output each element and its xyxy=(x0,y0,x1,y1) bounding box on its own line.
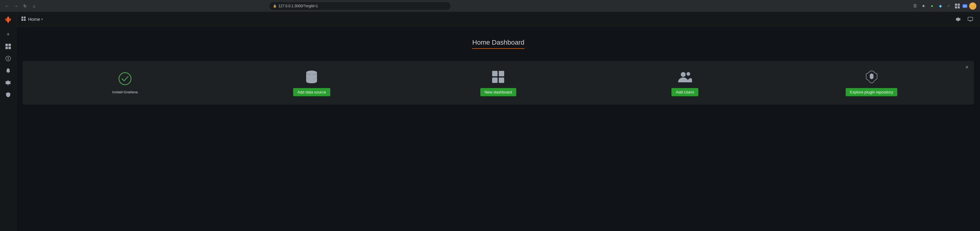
svg-point-22 xyxy=(306,71,317,75)
step-add-data-source: Add data source xyxy=(282,70,342,96)
svg-point-28 xyxy=(687,72,690,76)
svg-point-21 xyxy=(119,73,131,85)
topbar-right xyxy=(953,14,975,24)
database-icon xyxy=(305,70,318,84)
getting-started-panel: × Install Grafana xyxy=(23,61,974,104)
sidebar-item-add[interactable]: + xyxy=(2,29,14,40)
gear-icon xyxy=(5,80,11,85)
url-bar[interactable]: 🔒 127.0.0.1:3000/?orgId=1 xyxy=(269,2,450,10)
users-icon xyxy=(678,70,692,84)
lock-icon: 🔒 xyxy=(273,4,277,8)
back-button[interactable]: ← xyxy=(4,3,10,9)
main-content: Home ▾ xyxy=(17,12,980,231)
explore-plugins-button[interactable]: Explore plugin repository xyxy=(846,88,897,96)
screen-button[interactable] xyxy=(966,14,975,24)
svg-rect-20 xyxy=(970,21,971,21)
svg-rect-25 xyxy=(492,78,498,83)
topbar-grid-icon xyxy=(21,17,25,22)
extension-icon-2[interactable]: ◆ xyxy=(937,3,944,9)
plugin-icon xyxy=(865,70,878,84)
svg-rect-23 xyxy=(492,71,498,76)
svg-rect-18 xyxy=(968,17,973,21)
grafana-logo[interactable] xyxy=(3,14,14,25)
svg-rect-4 xyxy=(5,44,8,46)
sidebar: + xyxy=(0,12,17,231)
page-title-section: Home Dashboard xyxy=(472,39,524,49)
svg-rect-15 xyxy=(21,19,23,21)
svg-rect-1 xyxy=(958,4,960,6)
svg-rect-3 xyxy=(958,6,960,8)
check-circle-icon xyxy=(118,71,132,86)
dashboard-grid-icon xyxy=(492,70,504,84)
step-new-dashboard: New dashboard xyxy=(468,70,528,96)
svg-rect-6 xyxy=(5,47,8,49)
explore-icon xyxy=(5,56,11,61)
dashboards-icon xyxy=(5,44,11,49)
svg-point-11 xyxy=(8,72,9,73)
browser-right-icons: ☰ ★ ● ◆ ✓ on 😊 xyxy=(912,2,976,9)
forward-button[interactable]: → xyxy=(13,3,19,9)
svg-rect-14 xyxy=(24,17,25,18)
sidebar-item-configuration[interactable] xyxy=(2,77,14,88)
settings-button[interactable] xyxy=(953,14,963,24)
topbar-title-text: Home xyxy=(28,17,40,22)
svg-rect-26 xyxy=(499,78,504,83)
profile-icon[interactable]: 😊 xyxy=(969,2,976,9)
new-dashboard-button[interactable]: New dashboard xyxy=(480,88,516,96)
app-layout: + xyxy=(0,12,980,231)
bookmark-icon[interactable]: ★ xyxy=(920,3,927,9)
step-install-grafana: Install Grafana xyxy=(95,71,155,94)
svg-rect-5 xyxy=(8,44,11,46)
step-explore-plugins: Explore plugin repository xyxy=(842,70,902,96)
extension-icon-3[interactable]: ✓ xyxy=(946,3,952,9)
extension-icon-1[interactable]: ● xyxy=(929,3,935,9)
svg-rect-16 xyxy=(24,19,25,21)
page-title: Home Dashboard xyxy=(472,39,524,49)
add-data-source-button[interactable]: Add data source xyxy=(293,88,330,96)
step-add-users: Add Users xyxy=(655,70,715,96)
sidebar-item-alerting[interactable] xyxy=(2,65,14,76)
page-content: Home Dashboard × Install Grafana xyxy=(17,27,980,231)
home-button[interactable]: ⌂ xyxy=(31,3,37,9)
add-users-button[interactable]: Add Users xyxy=(671,88,698,96)
topbar-chevron-icon: ▾ xyxy=(41,17,43,21)
svg-rect-2 xyxy=(955,6,957,8)
extension-badge: on xyxy=(963,4,967,8)
sidebar-item-shield[interactable] xyxy=(2,89,14,100)
topbar-title[interactable]: Home ▾ xyxy=(28,17,43,22)
svg-rect-7 xyxy=(8,47,11,49)
menu-icon[interactable]: ☰ xyxy=(912,3,918,9)
panel-close-button[interactable]: × xyxy=(963,64,970,71)
sidebar-item-dashboards[interactable] xyxy=(2,41,14,52)
url-text: 127.0.0.1:3000/?orgId=1 xyxy=(278,4,318,8)
bell-icon xyxy=(6,68,11,73)
svg-rect-0 xyxy=(955,4,957,6)
top-bar: Home ▾ xyxy=(17,12,980,27)
install-grafana-label: Install Grafana xyxy=(112,90,138,94)
svg-point-27 xyxy=(681,72,686,77)
shield-icon xyxy=(6,92,11,97)
extension-icon-4[interactable] xyxy=(954,3,961,9)
sidebar-item-explore[interactable] xyxy=(2,53,14,64)
browser-chrome: ← → ↻ ⌂ 🔒 127.0.0.1:3000/?orgId=1 ☰ ★ ● … xyxy=(0,0,980,12)
reload-button[interactable]: ↻ xyxy=(22,3,29,9)
svg-rect-13 xyxy=(21,17,23,18)
add-icon: + xyxy=(6,32,10,38)
svg-rect-24 xyxy=(499,71,504,76)
